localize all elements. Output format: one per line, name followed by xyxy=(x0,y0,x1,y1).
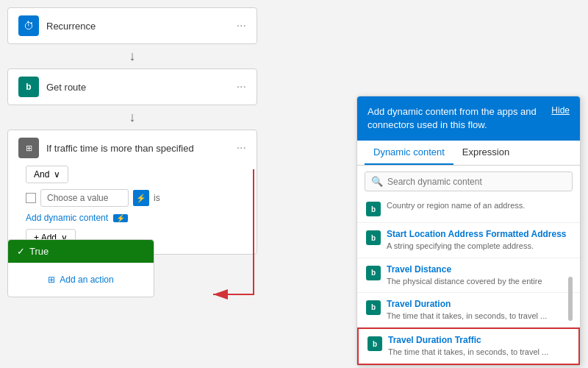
country-item-text: Country or region name of an address. xyxy=(387,200,571,210)
and-label: And xyxy=(34,169,49,180)
bing-icon-start: b xyxy=(366,230,381,245)
travel-duration-title: Travel Duration xyxy=(387,299,571,309)
choose-value-text: Choose a value xyxy=(47,193,108,203)
panel-list: b Country or region name of an address. … xyxy=(357,197,580,364)
check-icon: ✓ xyxy=(17,246,25,257)
dynamic-content-link-text: Add dynamic content xyxy=(26,213,108,223)
get-route-menu[interactable]: ··· xyxy=(237,80,246,93)
tab-expression[interactable]: Expression xyxy=(453,141,518,165)
start-location-desc: A string specifying the complete address… xyxy=(387,241,571,251)
recurrence-menu[interactable]: ··· xyxy=(237,19,246,32)
tab-expression-label: Expression xyxy=(462,146,509,158)
dynamic-content-link[interactable]: Add dynamic content ⚡ xyxy=(26,213,246,223)
recurrence-card: ⏱ Recurrence ··· xyxy=(7,7,257,44)
and-chevron-icon: ∨ xyxy=(54,169,60,180)
get-route-card-inner: b Get route xyxy=(18,77,86,97)
dynamic-badge: ⚡ xyxy=(113,214,128,222)
search-icon: 🔍 xyxy=(371,176,383,187)
travel-duration-traffic-item[interactable]: b Travel Duration Traffic The time that … xyxy=(357,328,580,364)
condition-card: ⊞ If traffic time is more than specified… xyxy=(7,130,257,255)
condition-menu[interactable]: ··· xyxy=(237,141,246,155)
flow-area: ⏱ Recurrence ··· ↓ b Get route ··· ↓ ⊞ I… xyxy=(7,7,257,255)
panel-header: Add dynamic content from the apps and co… xyxy=(357,96,580,141)
panel-header-text: Add dynamic content from the apps and co… xyxy=(368,105,544,132)
condition-header-inner: ⊞ If traffic time is more than specified xyxy=(18,138,194,158)
travel-duration-traffic-desc: The time that it takes, in seconds, to t… xyxy=(388,347,570,357)
arrow-2: ↓ xyxy=(7,105,257,130)
get-route-card: b Get route ··· xyxy=(7,68,257,105)
bing-icon-traffic: b xyxy=(368,336,382,351)
travel-distance-title: Travel Distance xyxy=(387,264,571,275)
condition-checkbox[interactable] xyxy=(26,193,36,203)
hide-button[interactable]: Hide xyxy=(551,105,570,116)
travel-duration-traffic-title: Travel Duration Traffic xyxy=(388,335,570,345)
true-header: ✓ True xyxy=(8,240,154,263)
recurrence-title: Recurrence xyxy=(46,21,96,32)
start-location-item[interactable]: b Start Location Address Formatted Addre… xyxy=(357,223,580,258)
condition-icon: ⊞ xyxy=(18,138,39,158)
country-item-desc: Country or region name of an address. xyxy=(387,200,571,210)
search-box: 🔍 xyxy=(365,171,573,191)
travel-distance-item[interactable]: b Travel Distance The physical distance … xyxy=(357,258,580,293)
scrollbar[interactable] xyxy=(568,277,573,321)
condition-title: If traffic time is more than specified xyxy=(46,143,194,154)
travel-duration-traffic-text: Travel Duration Traffic The time that it… xyxy=(388,335,570,357)
choose-value-input[interactable]: Choose a value xyxy=(40,189,129,207)
country-item[interactable]: b Country or region name of an address. xyxy=(357,197,580,223)
search-input[interactable] xyxy=(387,177,566,187)
bing-icon-distance: b xyxy=(366,266,381,280)
travel-duration-item[interactable]: b Travel Duration The time that it takes… xyxy=(357,293,580,328)
condition-row: Choose a value ⚡ is xyxy=(26,189,246,207)
add-action-text: Add an action xyxy=(60,275,113,285)
travel-duration-desc: The time that it takes, in seconds, to t… xyxy=(387,311,571,321)
add-action-link[interactable]: ⊞ Add an action xyxy=(20,275,142,285)
travel-distance-desc: The physical distance covered by the ent… xyxy=(387,276,571,286)
true-label: True xyxy=(29,246,49,257)
bing-icon-route: b xyxy=(18,77,39,97)
panel-tabs: Dynamic content Expression xyxy=(357,141,580,166)
dynamic-panel: Add dynamic content from the apps and co… xyxy=(356,96,581,366)
bing-icon-country: b xyxy=(366,202,381,216)
arrow-1: ↓ xyxy=(7,44,257,68)
main-canvas: ⏱ Recurrence ··· ↓ b Get route ··· ↓ ⊞ I… xyxy=(0,0,588,368)
table-icon: ⊞ xyxy=(48,275,55,285)
tab-dynamic-content[interactable]: Dynamic content xyxy=(365,141,453,165)
and-dropdown[interactable]: And ∨ xyxy=(26,166,68,183)
true-card: ✓ True ⊞ Add an action xyxy=(7,239,154,297)
travel-duration-text: Travel Duration The time that it takes, … xyxy=(387,299,571,321)
condition-header: ⊞ If traffic time is more than specified… xyxy=(18,138,246,158)
start-location-text: Start Location Address Formatted Address… xyxy=(387,229,571,251)
lightning-btn[interactable]: ⚡ xyxy=(133,190,149,206)
travel-distance-text: Travel Distance The physical distance co… xyxy=(387,264,571,286)
is-label: is xyxy=(154,193,160,203)
start-location-title: Start Location Address Formatted Address xyxy=(387,229,571,239)
tab-dynamic-content-label: Dynamic content xyxy=(373,146,445,158)
condition-body: And ∨ Choose a value ⚡ is Add dynamic co… xyxy=(18,166,246,247)
true-body: ⊞ Add an action xyxy=(8,263,154,297)
bing-icon-duration: b xyxy=(366,300,381,315)
recurrence-card-inner: ⏱ Recurrence xyxy=(18,15,96,36)
get-route-title: Get route xyxy=(46,82,86,93)
recurrence-icon: ⏱ xyxy=(18,15,39,36)
